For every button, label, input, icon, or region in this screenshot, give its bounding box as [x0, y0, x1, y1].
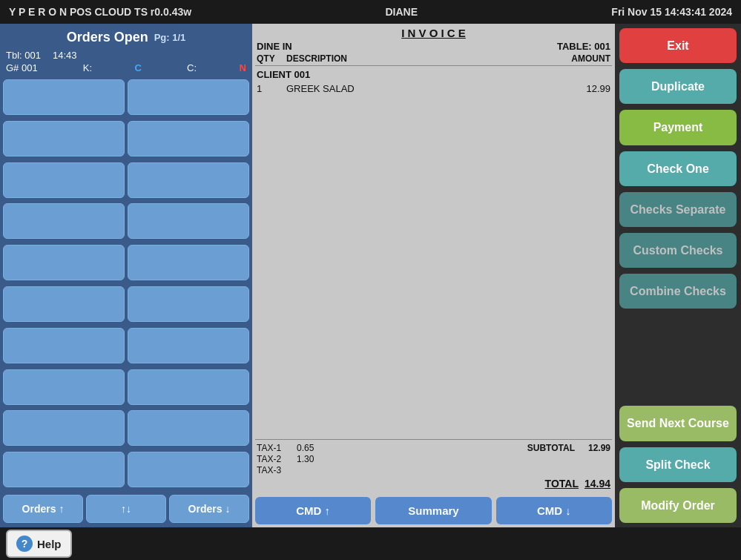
summary-button[interactable]: Summary — [375, 497, 491, 524]
order-btn-7[interactable] — [3, 203, 125, 239]
left-panel: Orders Open Pg: 1/1 Tbl: 001 14:43 G# 00… — [0, 24, 252, 527]
order-btn-11[interactable] — [3, 286, 125, 322]
table-time: 14:43 — [53, 50, 77, 61]
dine-in-label: DINE IN — [257, 41, 292, 52]
order-btn-16[interactable] — [128, 369, 249, 405]
total-label: TOTAL — [545, 478, 579, 490]
invoice-panel: I N V O I C E DINE IN TABLE: 001 QTY DES… — [252, 24, 615, 527]
client-label: CLIENT 001 — [255, 66, 612, 82]
k-label: K: — [80, 62, 92, 73]
right-panel: Exit Duplicate Payment Check One Checks … — [615, 24, 741, 527]
tax2-row: TAX-2 1.30 — [257, 454, 527, 464]
order-btn-3[interactable] — [3, 121, 125, 157]
right-panel-bottom: Send Next Course Split Check Modify Orde… — [619, 406, 737, 523]
duplicate-button[interactable]: Duplicate — [619, 69, 737, 104]
right-panel-top: Exit Duplicate Payment Check One Checks … — [619, 28, 737, 309]
invoice-meta: DINE IN TABLE: 001 — [255, 41, 612, 52]
cmd-up-button[interactable]: CMD ↑ — [255, 497, 371, 524]
order-btn-4[interactable] — [128, 121, 249, 157]
orders-header: Orders Open Pg: 1/1 — [3, 27, 249, 48]
main-content: Orders Open Pg: 1/1 Tbl: 001 14:43 G# 00… — [0, 24, 741, 527]
order-buttons-grid — [3, 79, 249, 490]
order-btn-10[interactable] — [128, 245, 249, 280]
tax1-row: TAX-1 0.65 — [257, 443, 527, 453]
help-icon: ? — [16, 536, 33, 552]
tax2-val: 1.30 — [297, 454, 334, 464]
exit-button[interactable]: Exit — [619, 28, 737, 63]
order-btn-15[interactable] — [3, 369, 125, 405]
cmd-down-button[interactable]: CMD ↓ — [496, 497, 612, 524]
tax1-label: TAX-1 — [257, 443, 294, 453]
order-btn-14[interactable] — [128, 328, 249, 363]
order-btn-9[interactable] — [3, 245, 125, 280]
order-btn-12[interactable] — [128, 286, 249, 322]
orders-title: Orders Open — [67, 30, 148, 45]
c-value: N — [240, 62, 246, 73]
tax1-val: 0.65 — [297, 443, 334, 453]
order-btn-8[interactable] — [128, 203, 249, 239]
order-btn-13[interactable] — [3, 328, 125, 363]
item-desc-0: GREEK SALAD — [286, 83, 553, 94]
item-qty-0: 1 — [257, 83, 280, 94]
order-btn-20[interactable] — [128, 452, 249, 487]
invoice-item-0: 1 GREEK SALAD 12.99 — [255, 82, 612, 96]
item-amount-0: 12.99 — [559, 83, 610, 94]
checks-separate-button[interactable]: Checks Separate — [619, 192, 737, 227]
modify-order-button[interactable]: Modify Order — [619, 488, 737, 523]
k-value: C — [135, 62, 142, 73]
split-check-button[interactable]: Split Check — [619, 447, 737, 482]
bottom-nav: Orders ↑ ↑↓ Orders ↓ — [3, 493, 249, 524]
tax2-label: TAX-2 — [257, 454, 294, 464]
swap-button[interactable]: ↑↓ — [86, 495, 166, 523]
tax3-label: TAX-3 — [257, 465, 294, 475]
subtotal-val: 12.99 — [581, 443, 610, 453]
col-desc-header: DESCRIPTION — [286, 53, 553, 64]
order-btn-19[interactable] — [3, 452, 125, 487]
orders-up-button[interactable]: Orders ↑ — [3, 495, 83, 523]
app-info: Y P E R O N POS CLOUD TS r0.0.43w — [9, 6, 191, 18]
payment-button[interactable]: Payment — [619, 110, 737, 145]
total-row: TOTAL 14.94 — [257, 478, 610, 490]
order-btn-17[interactable] — [3, 410, 125, 446]
custom-checks-button[interactable]: Custom Checks — [619, 233, 737, 268]
table-label: TABLE: 001 — [557, 41, 610, 52]
order-btn-6[interactable] — [128, 162, 249, 198]
orders-down-button[interactable]: Orders ↓ — [169, 495, 249, 523]
subtotal-label: SUBTOTAL — [527, 443, 575, 453]
order-btn-2[interactable] — [128, 79, 249, 115]
table-info: Tbl: 001 14:43 — [3, 48, 249, 62]
orders-page: Pg: 1/1 — [154, 32, 186, 43]
datetime: Fri Nov 15 14:43:41 2024 — [611, 6, 732, 18]
col-amount-header: AMOUNT — [559, 53, 610, 64]
top-bar: Y P E R O N POS CLOUD TS r0.0.43w DIANE … — [0, 0, 741, 24]
help-label: Help — [37, 538, 62, 550]
invoice-items: 1 GREEK SALAD 12.99 — [255, 82, 612, 439]
current-user: DIANE — [385, 6, 418, 18]
status-bar: ? Help — [0, 527, 741, 560]
tax3-val — [297, 465, 334, 475]
order-btn-5[interactable] — [3, 162, 125, 198]
invoice-totals: TAX-1 0.65 TAX-2 1.30 TAX-3 SUBTOTAL — [255, 439, 612, 493]
c-label: C: — [184, 62, 197, 73]
guest-info: G# 001 K: C C: N — [3, 62, 249, 76]
subtotal-row: SUBTOTAL 12.99 — [527, 443, 610, 453]
help-button[interactable]: ? Help — [6, 530, 72, 558]
guest-num: G# 001 — [6, 62, 38, 73]
invoice-title: I N V O I C E — [255, 27, 612, 39]
col-qty-header: QTY — [257, 53, 280, 64]
tax3-row: TAX-3 — [257, 465, 527, 475]
help-icon-text: ? — [22, 538, 28, 550]
invoice-actions: CMD ↑ Summary CMD ↓ — [255, 497, 612, 524]
table-row1: Tbl: 001 14:43 — [6, 50, 77, 61]
total-val: 14.94 — [584, 478, 610, 490]
check-one-button[interactable]: Check One — [619, 151, 737, 186]
invoice-columns: QTY DESCRIPTION AMOUNT — [255, 53, 612, 66]
combine-checks-button[interactable]: Combine Checks — [619, 274, 737, 309]
order-btn-1[interactable] — [3, 79, 125, 115]
table-num: Tbl: 001 — [6, 50, 41, 61]
order-btn-18[interactable] — [128, 410, 249, 446]
send-next-course-button[interactable]: Send Next Course — [619, 406, 737, 441]
